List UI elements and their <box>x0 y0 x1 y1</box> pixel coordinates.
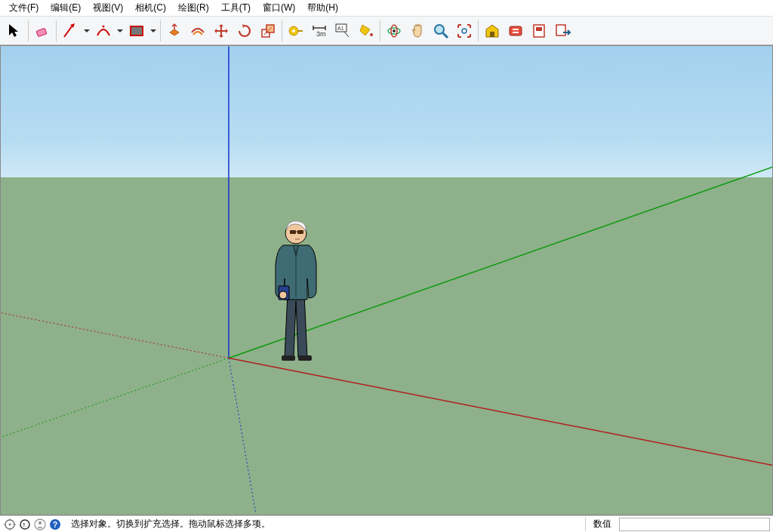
viewport-3d[interactable] <box>0 45 773 515</box>
toolbar-separator <box>28 20 29 42</box>
text-tool[interactable]: A1 <box>331 20 354 42</box>
svg-rect-0 <box>36 28 47 37</box>
dimension-tool[interactable]: 3m <box>308 20 331 42</box>
svg-rect-37 <box>297 230 303 234</box>
paint-bucket-tool[interactable] <box>355 20 377 42</box>
geolocate-icon[interactable] <box>3 518 17 531</box>
zoom-extents-tool[interactable] <box>453 20 476 42</box>
pushpull-tool[interactable] <box>163 20 186 42</box>
svg-text:?: ? <box>53 521 57 529</box>
svg-text:3m: 3m <box>316 30 326 38</box>
select-tool[interactable] <box>3 20 26 42</box>
menu-bar: 文件(F) 编辑(E) 视图(V) 相机(C) 绘图(R) 工具(T) 窗口(W… <box>0 0 773 17</box>
svg-point-45 <box>38 521 42 524</box>
toolbar-separator <box>282 20 282 42</box>
menu-help[interactable]: 帮助(H) <box>301 0 344 16</box>
svg-line-27 <box>1 358 229 438</box>
svg-point-1 <box>103 25 105 27</box>
measurement-input[interactable] <box>619 518 770 531</box>
extension-warehouse-tool[interactable] <box>504 20 527 42</box>
line-tool-dropdown[interactable] <box>82 26 91 35</box>
shape-tool-dropdown[interactable] <box>149 26 158 35</box>
scale-figure-icon <box>262 211 330 361</box>
profile-icon[interactable] <box>33 518 47 531</box>
svg-line-25 <box>229 358 256 515</box>
svg-rect-36 <box>290 230 296 234</box>
orbit-tool[interactable] <box>383 20 405 42</box>
toolbar-separator <box>478 20 479 42</box>
svg-line-29 <box>1 313 229 358</box>
svg-text:A1: A1 <box>337 26 344 31</box>
svg-text:!: ! <box>23 521 26 528</box>
svg-point-15 <box>435 25 444 34</box>
measurement-label: 数值 <box>587 518 617 530</box>
layout-tool[interactable] <box>528 20 550 42</box>
svg-line-28 <box>229 358 772 466</box>
svg-rect-19 <box>513 29 519 30</box>
svg-rect-31 <box>298 355 312 361</box>
menu-window[interactable]: 窗口(W) <box>257 0 301 16</box>
svg-rect-20 <box>513 32 519 33</box>
svg-point-14 <box>393 29 396 32</box>
send-to-layout-tool[interactable] <box>551 20 574 42</box>
move-tool[interactable] <box>210 20 233 42</box>
svg-rect-30 <box>282 355 295 361</box>
svg-point-11 <box>370 33 373 36</box>
scene-axes <box>1 46 772 515</box>
menu-draw[interactable]: 绘图(R) <box>172 0 215 16</box>
scale-tool[interactable] <box>257 20 279 42</box>
svg-point-16 <box>462 29 467 33</box>
zoom-tool[interactable] <box>430 20 452 42</box>
line-tool[interactable] <box>59 20 82 42</box>
toolbar-separator <box>160 20 161 42</box>
help-icon[interactable]: ? <box>48 518 62 531</box>
shape-tool[interactable] <box>125 20 148 42</box>
svg-rect-18 <box>510 26 522 35</box>
svg-rect-7 <box>297 30 303 32</box>
warehouse-tool[interactable] <box>481 20 504 42</box>
arc-tool[interactable] <box>92 20 115 42</box>
svg-rect-17 <box>490 32 494 37</box>
svg-point-34 <box>279 291 287 299</box>
svg-point-41 <box>9 523 11 525</box>
pan-tool[interactable] <box>406 20 429 42</box>
rotate-tool[interactable] <box>233 20 256 42</box>
arc-tool-dropdown[interactable] <box>115 26 125 35</box>
menu-edit[interactable]: 编辑(E) <box>45 0 87 16</box>
status-bar: ! ? 选择对象。切换到扩充选择。拖动鼠标选择多项。 数值 <box>0 515 773 532</box>
svg-rect-23 <box>556 25 565 35</box>
eraser-tool[interactable] <box>31 20 54 42</box>
svg-rect-2 <box>131 26 143 35</box>
toolbar: 3m A1 <box>0 17 773 45</box>
menu-view[interactable]: 视图(V) <box>87 0 129 16</box>
credits-icon[interactable]: ! <box>18 518 32 531</box>
svg-rect-22 <box>536 27 542 31</box>
toolbar-separator <box>380 20 380 42</box>
offset-tool[interactable] <box>186 20 209 42</box>
toolbar-separator <box>56 20 57 42</box>
tape-measure-tool[interactable] <box>285 20 307 42</box>
status-message: 选择对象。切换到扩充选择。拖动鼠标选择多项。 <box>71 518 584 530</box>
menu-tools[interactable]: 工具(T) <box>215 0 257 16</box>
menu-file[interactable]: 文件(F) <box>3 0 45 16</box>
menu-camera[interactable]: 相机(C) <box>129 0 172 16</box>
svg-point-6 <box>292 29 295 32</box>
